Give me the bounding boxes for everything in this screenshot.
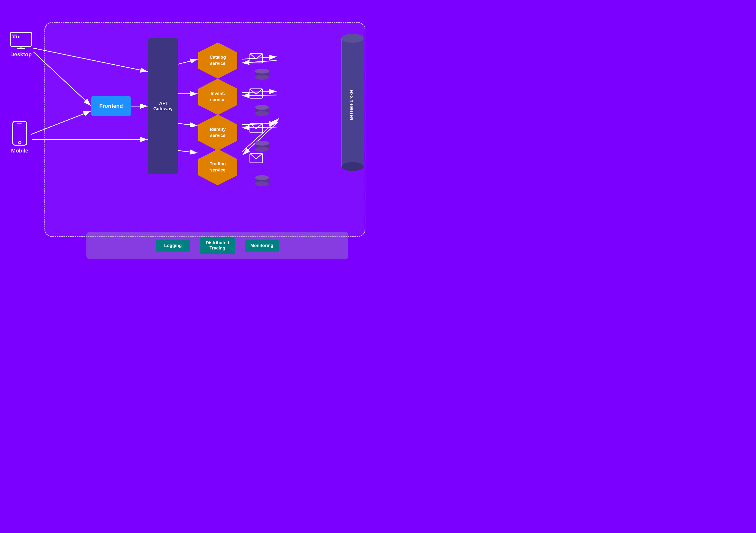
api-gateway-box: APIGateway	[148, 38, 178, 174]
svg-point-30	[341, 34, 364, 43]
svg-text:service: service	[210, 133, 226, 138]
identity-service-hex: Identity service	[196, 114, 239, 152]
svg-marker-34	[199, 43, 237, 78]
svg-point-31	[341, 162, 364, 171]
bottom-panel: Logging DistributedTracing Monitoring	[86, 232, 348, 259]
invent-mail-icon	[249, 88, 263, 100]
svg-point-28	[18, 141, 21, 144]
svg-point-23	[18, 36, 19, 38]
catalog-service-hex: Catalog service	[196, 41, 239, 80]
invent-service-hex: Invent. service	[196, 78, 239, 116]
mobile-label: Mobile	[11, 147, 28, 154]
svg-point-61	[255, 175, 269, 180]
svg-text:service: service	[210, 97, 226, 102]
desktop-group: Desktop	[10, 32, 32, 58]
svg-point-47	[255, 105, 269, 110]
svg-text:Catalog: Catalog	[210, 55, 226, 60]
desktop-icon	[10, 32, 32, 49]
api-gateway-label: APIGateway	[153, 101, 173, 112]
frontend-box: Frontend	[91, 96, 131, 116]
monitoring-btn[interactable]: Monitoring	[245, 240, 279, 252]
mobile-icon	[12, 121, 27, 145]
identity-mail-icon	[249, 123, 263, 134]
desktop-label: Desktop	[10, 51, 32, 58]
svg-text:Message Broker: Message Broker	[349, 89, 353, 120]
logging-btn[interactable]: Logging	[156, 240, 190, 252]
svg-marker-48	[199, 115, 237, 151]
frontend-label: Frontend	[99, 103, 123, 109]
mobile-group: Mobile	[11, 121, 28, 154]
catalog-mail-icon	[249, 53, 263, 64]
svg-point-22	[15, 36, 17, 38]
svg-text:Trading: Trading	[210, 161, 226, 166]
trading-mail-icon	[249, 153, 263, 165]
svg-marker-41	[199, 79, 237, 115]
trading-db-icon	[255, 175, 269, 186]
svg-point-40	[255, 68, 269, 74]
distributed-tracing-btn[interactable]: DistributedTracing	[200, 237, 235, 254]
trading-service-hex: Trading service	[196, 148, 239, 186]
svg-text:Invent.: Invent.	[211, 91, 225, 96]
message-broker-cylinder: Message Broker	[339, 32, 366, 173]
svg-point-21	[13, 36, 14, 38]
svg-text:Identity: Identity	[210, 127, 226, 132]
message-broker-container: Message Broker	[339, 32, 366, 173]
svg-text:service: service	[210, 61, 226, 66]
svg-point-60	[255, 181, 269, 186]
svg-marker-55	[199, 149, 237, 185]
svg-point-54	[255, 141, 269, 145]
svg-rect-19	[10, 33, 32, 46]
svg-text:service: service	[210, 167, 226, 172]
